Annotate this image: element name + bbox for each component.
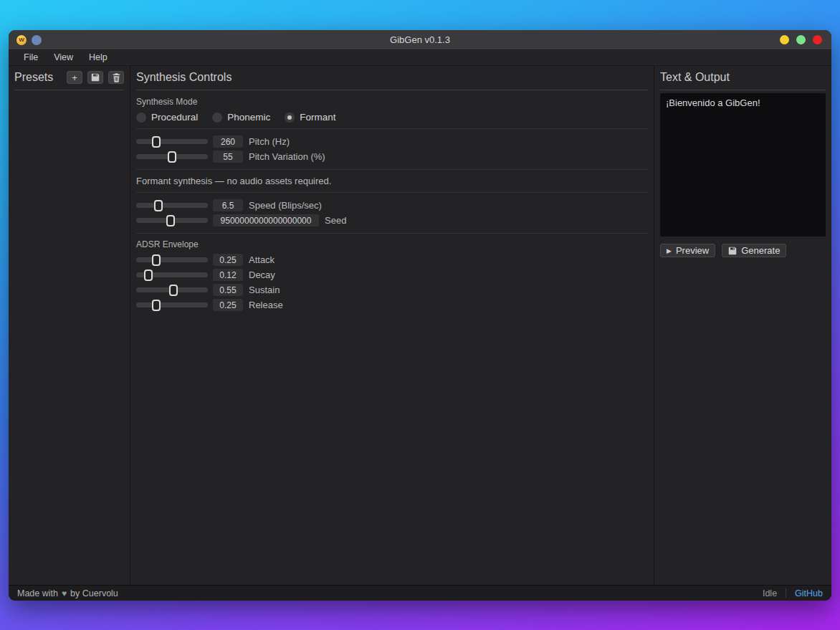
synthesis-title: Synthesis Controls bbox=[136, 71, 648, 84]
radio-formant[interactable]: Formant bbox=[285, 112, 335, 123]
trash-icon bbox=[113, 73, 120, 82]
decay-slider-row: 0.12 Decay bbox=[136, 268, 648, 282]
attack-value[interactable]: 0.25 bbox=[213, 254, 243, 266]
attack-slider-row: 0.25 Attack bbox=[136, 253, 648, 267]
slider-handle[interactable] bbox=[152, 136, 161, 148]
status-indicator: Idle bbox=[763, 588, 777, 598]
credit-text: Made with ♥ by Cuervolu bbox=[17, 588, 118, 598]
divider bbox=[136, 192, 648, 193]
menu-file[interactable]: File bbox=[17, 52, 44, 64]
adsr-label: ADSR Envelope bbox=[136, 239, 648, 249]
seed-slider[interactable] bbox=[136, 218, 208, 223]
pitch-variation-slider[interactable] bbox=[136, 154, 208, 159]
radio-circle-icon bbox=[136, 113, 146, 123]
text-output-panel: Text & Output ¡Bienvenido a GibGen! ▶ Pr… bbox=[654, 66, 831, 585]
seed-slider-row: 9500000000000000000 Seed bbox=[136, 214, 648, 227]
title-bar[interactable]: W GibGen v0.1.3 bbox=[9, 30, 831, 50]
synthesis-mode-options: Procedural Phonemic Formant bbox=[136, 112, 648, 123]
decay-value[interactable]: 0.12 bbox=[213, 269, 243, 281]
attack-slider[interactable] bbox=[136, 257, 208, 262]
maximize-button[interactable] bbox=[796, 35, 806, 44]
save-preset-button[interactable] bbox=[87, 71, 103, 84]
status-bar: Made with ♥ by Cuervolu Idle GitHub bbox=[9, 585, 831, 601]
presets-sidebar: Presets + bbox=[9, 66, 130, 585]
workspace-dot-icon bbox=[32, 35, 42, 45]
divider bbox=[136, 169, 648, 170]
app-window: W GibGen v0.1.3 File View Help Presets bbox=[9, 30, 831, 601]
speed-slider[interactable] bbox=[136, 203, 208, 208]
presets-title: Presets bbox=[14, 71, 62, 84]
radio-phonemic[interactable]: Phonemic bbox=[212, 112, 270, 123]
menu-help[interactable]: Help bbox=[82, 52, 114, 64]
preview-button[interactable]: ▶ Preview bbox=[660, 244, 715, 257]
text-input-area[interactable]: ¡Bienvenido a GibGen! bbox=[660, 93, 826, 237]
pitch-value[interactable]: 260 bbox=[213, 135, 243, 148]
slider-handle[interactable] bbox=[154, 200, 163, 211]
slider-handle[interactable] bbox=[144, 269, 153, 281]
minimize-button[interactable] bbox=[780, 35, 789, 44]
sustain-slider-row: 0.55 Sustain bbox=[136, 283, 648, 297]
pitch-variation-slider-row: 55 Pitch Variation (%) bbox=[136, 150, 648, 163]
slider-handle[interactable] bbox=[166, 215, 175, 226]
pitch-variation-value[interactable]: 55 bbox=[213, 151, 243, 163]
window-title: GibGen v0.1.3 bbox=[9, 34, 831, 45]
pitch-slider[interactable] bbox=[136, 139, 208, 144]
close-button[interactable] bbox=[813, 35, 822, 44]
radio-circle-icon bbox=[212, 113, 222, 123]
slider-handle[interactable] bbox=[169, 285, 178, 296]
plus-icon: + bbox=[72, 73, 77, 82]
titlebar-left-icons: W bbox=[16, 35, 42, 45]
pitch-slider-row: 260 Pitch (Hz) bbox=[136, 135, 648, 148]
synthesis-panel: Synthesis Controls Synthesis Mode Proced… bbox=[130, 66, 654, 585]
divider bbox=[136, 233, 648, 234]
speed-value[interactable]: 6.5 bbox=[213, 199, 243, 211]
release-slider-row: 0.25 Release bbox=[136, 298, 648, 312]
release-slider[interactable] bbox=[136, 302, 208, 307]
release-value[interactable]: 0.25 bbox=[213, 299, 243, 311]
heart-icon: ♥ bbox=[62, 588, 67, 598]
decay-slider[interactable] bbox=[136, 272, 208, 277]
slider-handle[interactable] bbox=[152, 254, 161, 266]
sustain-value[interactable]: 0.55 bbox=[213, 284, 243, 296]
app-icon: W bbox=[16, 35, 27, 45]
delete-preset-button[interactable] bbox=[108, 71, 124, 84]
speed-slider-row: 6.5 Speed (Blips/sec) bbox=[136, 199, 648, 212]
sustain-slider[interactable] bbox=[136, 287, 208, 292]
floppy-icon bbox=[728, 247, 737, 255]
divider bbox=[136, 128, 648, 129]
menu-bar: File View Help bbox=[9, 50, 831, 66]
seed-value[interactable]: 9500000000000000000 bbox=[213, 214, 319, 226]
radio-circle-icon bbox=[285, 113, 295, 123]
text-output-title: Text & Output bbox=[660, 71, 826, 84]
slider-handle[interactable] bbox=[152, 300, 161, 311]
formant-info-text: Formant synthesis — no audio assets requ… bbox=[136, 176, 648, 186]
radio-procedural[interactable]: Procedural bbox=[136, 112, 198, 123]
desktop-background: W GibGen v0.1.3 File View Help Presets bbox=[0, 0, 840, 630]
generate-button[interactable]: Generate bbox=[722, 244, 786, 257]
github-link[interactable]: GitHub bbox=[795, 588, 823, 598]
floppy-icon bbox=[91, 73, 100, 82]
add-preset-button[interactable]: + bbox=[67, 71, 82, 84]
status-separator bbox=[786, 588, 786, 598]
synthesis-mode-label: Synthesis Mode bbox=[136, 97, 648, 107]
slider-handle[interactable] bbox=[168, 151, 176, 163]
window-controls bbox=[780, 35, 822, 44]
menu-view[interactable]: View bbox=[47, 52, 80, 64]
play-icon: ▶ bbox=[667, 247, 672, 254]
